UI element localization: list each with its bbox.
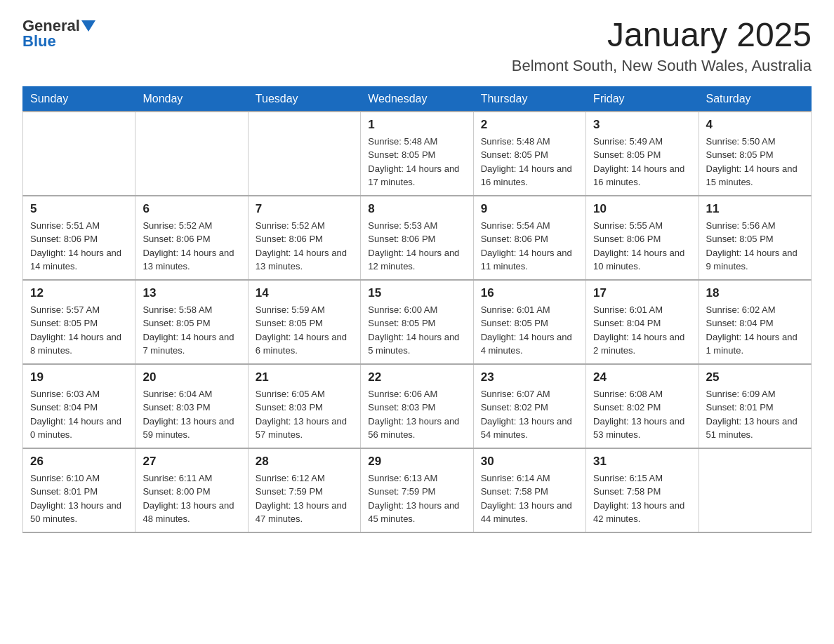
day-info: Sunrise: 6:04 AM Sunset: 8:03 PM Dayligh…	[143, 387, 240, 442]
day-number: 6	[143, 202, 240, 216]
calendar-cell	[135, 112, 248, 196]
calendar-cell: 2Sunrise: 5:48 AM Sunset: 8:05 PM Daylig…	[473, 112, 585, 196]
calendar-cell: 10Sunrise: 5:55 AM Sunset: 8:06 PM Dayli…	[586, 196, 699, 280]
calendar-cell: 22Sunrise: 6:06 AM Sunset: 8:03 PM Dayli…	[361, 364, 473, 448]
column-header-friday: Friday	[586, 86, 699, 112]
day-info: Sunrise: 6:07 AM Sunset: 8:02 PM Dayligh…	[481, 387, 578, 442]
day-info: Sunrise: 6:15 AM Sunset: 7:58 PM Dayligh…	[593, 471, 691, 526]
day-number: 5	[30, 202, 128, 216]
calendar-cell: 23Sunrise: 6:07 AM Sunset: 8:02 PM Dayli…	[473, 364, 585, 448]
calendar-cell: 16Sunrise: 6:01 AM Sunset: 8:05 PM Dayli…	[473, 280, 585, 364]
calendar-cell: 11Sunrise: 5:56 AM Sunset: 8:05 PM Dayli…	[699, 196, 811, 280]
day-number: 29	[368, 455, 465, 469]
calendar-cell: 31Sunrise: 6:15 AM Sunset: 7:58 PM Dayli…	[586, 448, 699, 532]
day-info: Sunrise: 6:14 AM Sunset: 7:58 PM Dayligh…	[481, 471, 578, 526]
day-info: Sunrise: 6:09 AM Sunset: 8:01 PM Dayligh…	[706, 387, 804, 442]
calendar-cell: 14Sunrise: 5:59 AM Sunset: 8:05 PM Dayli…	[248, 280, 360, 364]
calendar-week-row: 26Sunrise: 6:10 AM Sunset: 8:01 PM Dayli…	[23, 448, 812, 532]
day-number: 7	[256, 202, 353, 216]
day-info: Sunrise: 5:56 AM Sunset: 8:05 PM Dayligh…	[706, 219, 804, 274]
day-info: Sunrise: 6:10 AM Sunset: 8:01 PM Dayligh…	[30, 471, 128, 526]
day-number: 25	[706, 370, 804, 384]
day-number: 17	[593, 286, 691, 300]
day-number: 23	[481, 370, 578, 384]
column-header-wednesday: Wednesday	[361, 86, 473, 112]
day-number: 27	[143, 455, 240, 469]
month-title: January 2025	[512, 17, 812, 54]
day-info: Sunrise: 6:03 AM Sunset: 8:04 PM Dayligh…	[30, 387, 128, 442]
calendar-cell: 20Sunrise: 6:04 AM Sunset: 8:03 PM Dayli…	[135, 364, 248, 448]
calendar-cell: 18Sunrise: 6:02 AM Sunset: 8:04 PM Dayli…	[699, 280, 811, 364]
calendar-cell: 15Sunrise: 6:00 AM Sunset: 8:05 PM Dayli…	[361, 280, 473, 364]
day-number: 24	[593, 370, 691, 384]
day-number: 16	[481, 286, 578, 300]
day-number: 8	[368, 202, 465, 216]
calendar-cell: 24Sunrise: 6:08 AM Sunset: 8:02 PM Dayli…	[586, 364, 699, 448]
day-info: Sunrise: 6:00 AM Sunset: 8:05 PM Dayligh…	[368, 303, 465, 358]
day-number: 22	[368, 370, 465, 384]
day-info: Sunrise: 6:12 AM Sunset: 7:59 PM Dayligh…	[256, 471, 353, 526]
calendar-cell: 1Sunrise: 5:48 AM Sunset: 8:05 PM Daylig…	[361, 112, 473, 196]
calendar-week-row: 19Sunrise: 6:03 AM Sunset: 8:04 PM Dayli…	[23, 364, 812, 448]
calendar-cell: 9Sunrise: 5:54 AM Sunset: 8:06 PM Daylig…	[473, 196, 585, 280]
calendar-cell	[699, 448, 811, 532]
day-info: Sunrise: 5:53 AM Sunset: 8:06 PM Dayligh…	[368, 219, 465, 274]
day-info: Sunrise: 5:59 AM Sunset: 8:05 PM Dayligh…	[256, 303, 353, 358]
calendar-cell: 30Sunrise: 6:14 AM Sunset: 7:58 PM Dayli…	[473, 448, 585, 532]
calendar-cell: 28Sunrise: 6:12 AM Sunset: 7:59 PM Dayli…	[248, 448, 360, 532]
day-info: Sunrise: 6:01 AM Sunset: 8:04 PM Dayligh…	[593, 303, 691, 358]
day-info: Sunrise: 5:57 AM Sunset: 8:05 PM Dayligh…	[30, 303, 128, 358]
title-block: January 2025 Belmont South, New South Wa…	[512, 17, 812, 75]
day-number: 1	[368, 118, 465, 132]
logo-triangle-icon	[81, 20, 95, 32]
day-number: 19	[30, 370, 128, 384]
day-number: 14	[256, 286, 353, 300]
day-info: Sunrise: 5:52 AM Sunset: 8:06 PM Dayligh…	[143, 219, 240, 274]
calendar-header-row: SundayMondayTuesdayWednesdayThursdayFrid…	[23, 86, 812, 112]
calendar-cell: 12Sunrise: 5:57 AM Sunset: 8:05 PM Dayli…	[23, 280, 135, 364]
calendar-cell: 13Sunrise: 5:58 AM Sunset: 8:05 PM Dayli…	[135, 280, 248, 364]
calendar-cell: 4Sunrise: 5:50 AM Sunset: 8:05 PM Daylig…	[699, 112, 811, 196]
day-info: Sunrise: 5:50 AM Sunset: 8:05 PM Dayligh…	[706, 135, 804, 189]
day-number: 2	[481, 118, 578, 132]
day-info: Sunrise: 5:51 AM Sunset: 8:06 PM Dayligh…	[30, 219, 128, 274]
column-header-saturday: Saturday	[699, 86, 811, 112]
logo-blue-text: Blue	[22, 32, 95, 51]
column-header-tuesday: Tuesday	[248, 86, 360, 112]
calendar-week-row: 1Sunrise: 5:48 AM Sunset: 8:05 PM Daylig…	[23, 112, 812, 196]
day-number: 9	[481, 202, 578, 216]
day-info: Sunrise: 6:08 AM Sunset: 8:02 PM Dayligh…	[593, 387, 691, 442]
calendar-cell: 3Sunrise: 5:49 AM Sunset: 8:05 PM Daylig…	[586, 112, 699, 196]
day-info: Sunrise: 6:01 AM Sunset: 8:05 PM Dayligh…	[481, 303, 578, 358]
day-number: 30	[481, 455, 578, 469]
calendar-cell: 29Sunrise: 6:13 AM Sunset: 7:59 PM Dayli…	[361, 448, 473, 532]
day-number: 21	[256, 370, 353, 384]
day-info: Sunrise: 5:49 AM Sunset: 8:05 PM Dayligh…	[593, 135, 691, 189]
calendar-cell: 19Sunrise: 6:03 AM Sunset: 8:04 PM Dayli…	[23, 364, 135, 448]
day-info: Sunrise: 6:13 AM Sunset: 7:59 PM Dayligh…	[368, 471, 465, 526]
day-number: 18	[706, 286, 804, 300]
day-info: Sunrise: 5:55 AM Sunset: 8:06 PM Dayligh…	[593, 219, 691, 274]
day-number: 26	[30, 455, 128, 469]
column-header-sunday: Sunday	[23, 86, 135, 112]
calendar-cell	[248, 112, 360, 196]
day-number: 4	[706, 118, 804, 132]
calendar-cell: 26Sunrise: 6:10 AM Sunset: 8:01 PM Dayli…	[23, 448, 135, 532]
day-info: Sunrise: 5:58 AM Sunset: 8:05 PM Dayligh…	[143, 303, 240, 358]
day-info: Sunrise: 6:05 AM Sunset: 8:03 PM Dayligh…	[256, 387, 353, 442]
day-number: 11	[706, 202, 804, 216]
day-number: 3	[593, 118, 691, 132]
day-number: 13	[143, 286, 240, 300]
calendar-cell: 17Sunrise: 6:01 AM Sunset: 8:04 PM Dayli…	[586, 280, 699, 364]
day-number: 15	[368, 286, 465, 300]
location-title: Belmont South, New South Wales, Australi…	[512, 57, 812, 75]
calendar-cell: 21Sunrise: 6:05 AM Sunset: 8:03 PM Dayli…	[248, 364, 360, 448]
calendar-cell: 8Sunrise: 5:53 AM Sunset: 8:06 PM Daylig…	[361, 196, 473, 280]
day-info: Sunrise: 5:54 AM Sunset: 8:06 PM Dayligh…	[481, 219, 578, 274]
calendar-cell: 7Sunrise: 5:52 AM Sunset: 8:06 PM Daylig…	[248, 196, 360, 280]
calendar-cell: 27Sunrise: 6:11 AM Sunset: 8:00 PM Dayli…	[135, 448, 248, 532]
logo: General Blue	[22, 17, 95, 51]
svg-marker-0	[81, 20, 95, 32]
day-info: Sunrise: 5:52 AM Sunset: 8:06 PM Dayligh…	[256, 219, 353, 274]
day-info: Sunrise: 6:02 AM Sunset: 8:04 PM Dayligh…	[706, 303, 804, 358]
